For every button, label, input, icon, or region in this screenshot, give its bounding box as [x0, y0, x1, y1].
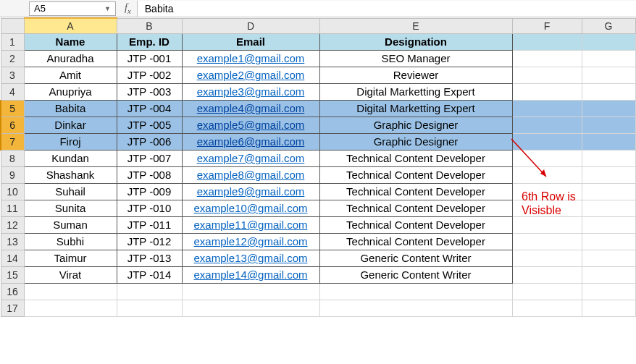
email-cell[interactable]: example10@gmail.com: [182, 200, 319, 216]
column-header-F[interactable]: F: [512, 18, 582, 33]
cell[interactable]: [582, 300, 635, 316]
email-cell[interactable]: example8@gmail.com: [182, 166, 319, 183]
cell[interactable]: JTP -001: [117, 50, 182, 67]
cell[interactable]: [512, 117, 582, 133]
email-cell[interactable]: example6@gmail.com: [182, 133, 319, 150]
cell[interactable]: Anuradha: [24, 50, 117, 67]
cell[interactable]: [319, 300, 512, 316]
cell[interactable]: Technical Content Developer: [319, 200, 512, 216]
cell[interactable]: [117, 300, 182, 316]
cell[interactable]: [512, 133, 582, 150]
row-header-2[interactable]: 2: [1, 50, 24, 67]
email-cell[interactable]: example13@gmail.com: [182, 250, 319, 266]
cell[interactable]: [512, 250, 582, 266]
cell[interactable]: [582, 266, 635, 283]
column-header-G[interactable]: G: [582, 18, 635, 33]
row-header-5[interactable]: 5: [1, 100, 24, 117]
cell[interactable]: JTP -003: [117, 83, 182, 100]
table-header-cell[interactable]: Email: [182, 33, 319, 50]
cell[interactable]: [582, 200, 635, 216]
cell[interactable]: [512, 266, 582, 283]
cell[interactable]: [582, 50, 635, 67]
table-header-cell[interactable]: Designation: [319, 33, 512, 50]
email-cell[interactable]: example14@gmail.com: [182, 266, 319, 283]
cell[interactable]: Suhail: [24, 183, 117, 200]
cell[interactable]: JTP -011: [117, 216, 182, 233]
cell[interactable]: JTP -005: [117, 117, 182, 133]
row-header-11[interactable]: 11: [1, 200, 24, 216]
cell[interactable]: Firoj: [24, 133, 117, 150]
cell[interactable]: Graphic Designer: [319, 133, 512, 150]
cell[interactable]: Technical Content Developer: [319, 233, 512, 250]
row-header-6[interactable]: 6: [1, 117, 24, 133]
cell[interactable]: Digital Marketting Expert: [319, 100, 512, 117]
email-cell[interactable]: example12@gmail.com: [182, 233, 319, 250]
row-header-9[interactable]: 9: [1, 166, 24, 183]
cell[interactable]: JTP -013: [117, 250, 182, 266]
cell[interactable]: [512, 300, 582, 316]
row-header-17[interactable]: 17: [1, 300, 24, 316]
row-header-1[interactable]: 1: [1, 33, 24, 50]
cell[interactable]: [582, 117, 635, 133]
select-all-corner[interactable]: [1, 18, 24, 33]
row-header-15[interactable]: 15: [1, 266, 24, 283]
dropdown-icon[interactable]: ▼: [104, 5, 111, 12]
cell[interactable]: Virat: [24, 266, 117, 283]
cell[interactable]: Kundan: [24, 150, 117, 166]
table-header-cell[interactable]: Emp. ID: [117, 33, 182, 50]
cell[interactable]: Sunita: [24, 200, 117, 216]
cell[interactable]: Digital Marketting Expert: [319, 83, 512, 100]
cell[interactable]: [512, 233, 582, 250]
email-cell[interactable]: example3@gmail.com: [182, 83, 319, 100]
cell[interactable]: JTP -014: [117, 266, 182, 283]
column-header-E[interactable]: E: [319, 18, 512, 33]
column-header-A[interactable]: A: [24, 18, 117, 33]
cell[interactable]: JTP -012: [117, 233, 182, 250]
cell[interactable]: Technical Content Developer: [319, 150, 512, 166]
cell[interactable]: JTP -007: [117, 150, 182, 166]
table-header-cell[interactable]: Name: [24, 33, 117, 50]
cell[interactable]: Technical Content Developer: [319, 166, 512, 183]
row-header-14[interactable]: 14: [1, 250, 24, 266]
cell[interactable]: [582, 166, 635, 183]
cell[interactable]: Taimur: [24, 250, 117, 266]
row-header-10[interactable]: 10: [1, 183, 24, 200]
fx-icon[interactable]: fx: [119, 2, 137, 15]
email-cell[interactable]: example5@gmail.com: [182, 117, 319, 133]
cell[interactable]: [117, 283, 182, 300]
cell[interactable]: [582, 233, 635, 250]
cell[interactable]: [582, 33, 635, 50]
row-header-4[interactable]: 4: [1, 83, 24, 100]
cell[interactable]: Technical Content Developer: [319, 216, 512, 233]
cell[interactable]: Graphic Designer: [319, 117, 512, 133]
cell[interactable]: [512, 150, 582, 166]
cell[interactable]: JTP -002: [117, 67, 182, 83]
name-box[interactable]: A5 ▼: [29, 1, 116, 16]
cell[interactable]: JTP -006: [117, 133, 182, 150]
row-header-13[interactable]: 13: [1, 233, 24, 250]
cell[interactable]: Technical Content Developer: [319, 183, 512, 200]
cell[interactable]: [512, 67, 582, 83]
cell[interactable]: [512, 83, 582, 100]
row-header-16[interactable]: 16: [1, 283, 24, 300]
cell[interactable]: [582, 216, 635, 233]
cell[interactable]: [512, 283, 582, 300]
column-header-B[interactable]: B: [117, 18, 182, 33]
row-header-8[interactable]: 8: [1, 150, 24, 166]
cell[interactable]: [582, 183, 635, 200]
cell[interactable]: [582, 133, 635, 150]
cell[interactable]: [582, 83, 635, 100]
cell[interactable]: Generic Content Writer: [319, 266, 512, 283]
cell[interactable]: JTP -009: [117, 183, 182, 200]
cell[interactable]: [182, 283, 319, 300]
email-cell[interactable]: example2@gmail.com: [182, 67, 319, 83]
row-header-3[interactable]: 3: [1, 67, 24, 83]
email-cell[interactable]: example11@gmail.com: [182, 216, 319, 233]
cell[interactable]: Reviewer: [319, 67, 512, 83]
column-header-D[interactable]: D: [182, 18, 319, 33]
cell[interactable]: [319, 283, 512, 300]
cell[interactable]: [582, 67, 635, 83]
cell[interactable]: [512, 216, 582, 233]
cell[interactable]: [512, 50, 582, 67]
cell[interactable]: Dinkar: [24, 117, 117, 133]
